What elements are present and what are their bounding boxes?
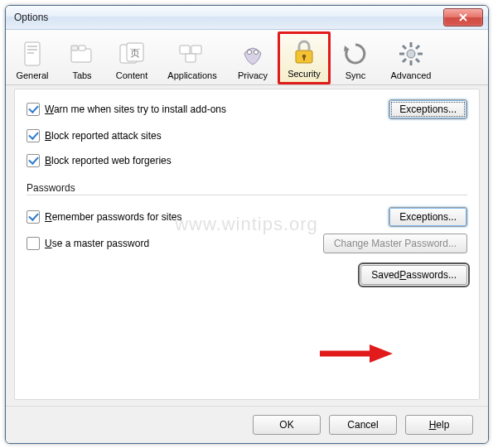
tab-privacy[interactable]: Privacy — [228, 31, 278, 84]
category-toolbar: General Tabs 页 Content Applications Priv… — [6, 30, 488, 85]
svg-rect-1 — [27, 46, 37, 47]
sync-icon — [342, 39, 369, 69]
passwords-group-label: Passwords — [27, 182, 80, 194]
svg-rect-5 — [71, 46, 78, 51]
tab-advanced[interactable]: Advanced — [380, 31, 442, 84]
svg-rect-17 — [303, 57, 305, 60]
remember-passwords-label: Remember passwords for sites — [45, 211, 181, 223]
block-attack-label: Block reported attack sites — [45, 130, 162, 142]
change-master-password-button[interactable]: Change Master Password... — [323, 234, 467, 253]
dialog-button-bar: OK Cancel Help — [6, 406, 488, 443]
master-password-label: Use a master password — [45, 238, 149, 249]
block-forgeries-checkbox[interactable] — [27, 154, 40, 167]
svg-line-26 — [403, 59, 406, 62]
tab-label: Content — [116, 70, 148, 80]
exceptions-passwords-button[interactable]: Exceptions... — [389, 207, 467, 227]
svg-line-24 — [416, 59, 419, 62]
tab-applications[interactable]: Applications — [157, 31, 228, 84]
security-panel: Warn me when sites try to install add-on… — [14, 89, 480, 400]
tab-label: General — [16, 70, 48, 80]
warn-addons-row: Warn me when sites try to install add-on… — [27, 99, 467, 119]
block-forgeries-label: Block reported web forgeries — [45, 155, 172, 166]
passwords-group: Passwords — [15, 182, 479, 199]
svg-rect-6 — [79, 46, 85, 51]
exceptions-addons-button[interactable]: Exceptions... — [389, 99, 467, 119]
close-icon — [458, 12, 468, 22]
svg-point-18 — [407, 50, 415, 58]
tab-label: Tabs — [72, 70, 91, 80]
close-button[interactable] — [443, 8, 483, 26]
svg-rect-11 — [191, 46, 201, 54]
tab-security[interactable]: Security — [278, 31, 331, 84]
block-attack-row: Block reported attack sites — [27, 126, 467, 146]
warn-addons-label: Warn me when sites try to install add-on… — [45, 104, 226, 115]
svg-rect-3 — [27, 52, 34, 54]
tab-label: Advanced — [391, 70, 432, 80]
cancel-button[interactable]: Cancel — [329, 415, 397, 435]
remember-passwords-checkbox[interactable] — [27, 210, 40, 224]
security-icon — [292, 37, 316, 67]
svg-rect-12 — [186, 54, 196, 62]
tab-label: Sync — [346, 70, 365, 80]
block-attack-checkbox[interactable] — [27, 129, 40, 142]
remember-passwords-row: Remember passwords for sites Exceptions.… — [27, 207, 467, 227]
tab-sync[interactable]: Sync — [331, 31, 380, 84]
tab-tabs[interactable]: Tabs — [57, 31, 107, 84]
svg-point-14 — [254, 50, 258, 54]
tabs-icon — [69, 39, 95, 69]
svg-text:页: 页 — [130, 47, 140, 59]
advanced-icon — [398, 39, 424, 69]
svg-point-13 — [247, 50, 251, 54]
content-icon: 页 — [118, 39, 145, 69]
tab-label: Privacy — [238, 70, 268, 80]
annotation-arrow-icon — [318, 343, 393, 364]
saved-passwords-button[interactable]: Saved Passwords... — [360, 265, 467, 285]
svg-rect-2 — [27, 49, 37, 51]
titlebar: Options — [6, 6, 488, 30]
block-forgeries-row: Block reported web forgeries — [27, 151, 467, 171]
svg-line-23 — [403, 46, 406, 49]
svg-rect-10 — [180, 46, 190, 54]
tab-label: Applications — [167, 70, 216, 80]
help-button[interactable]: Help — [405, 415, 473, 435]
svg-marker-28 — [370, 344, 393, 363]
ok-button[interactable]: OK — [253, 415, 321, 435]
tab-label: Security — [288, 69, 321, 79]
window-title: Options — [6, 12, 48, 23]
warn-addons-checkbox[interactable] — [27, 103, 40, 116]
general-icon — [22, 39, 43, 69]
svg-line-25 — [416, 46, 419, 49]
privacy-icon — [239, 39, 266, 69]
master-password-checkbox[interactable] — [27, 237, 40, 250]
tab-general[interactable]: General — [7, 31, 57, 84]
saved-passwords-row: Saved Passwords... — [27, 265, 467, 285]
applications-icon — [178, 39, 206, 69]
tab-content[interactable]: 页 Content — [107, 31, 157, 84]
options-window: Options General Tabs 页 Content — [5, 5, 489, 444]
master-password-row: Use a master password Change Master Pass… — [27, 234, 467, 253]
